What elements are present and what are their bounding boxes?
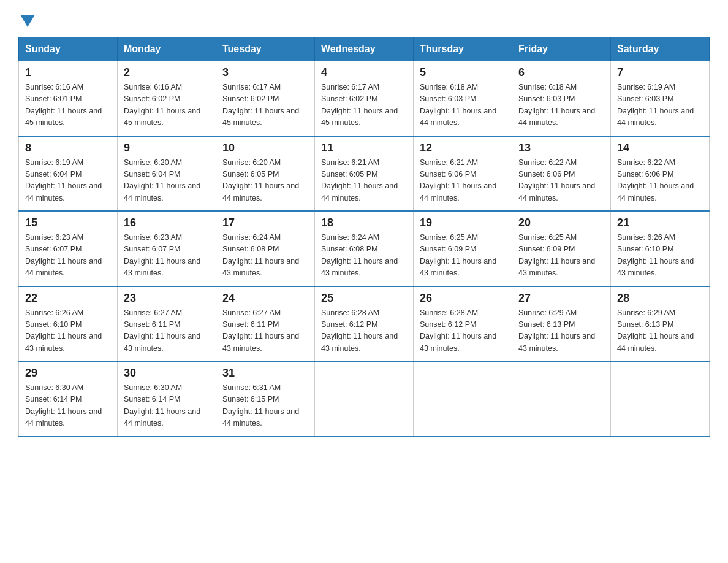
- week-row-4: 22 Sunrise: 6:26 AM Sunset: 6:10 PM Dayl…: [19, 286, 710, 362]
- logo-triangle-icon: [20, 15, 35, 27]
- day-number: 2: [124, 66, 210, 79]
- day-info: Sunrise: 6:22 AM Sunset: 6:06 PM Dayligh…: [518, 157, 604, 205]
- day-cell: [414, 361, 512, 437]
- day-info: Sunrise: 6:23 AM Sunset: 6:07 PM Dayligh…: [124, 232, 210, 280]
- calendar-header: SundayMondayTuesdayWednesdayThursdayFrid…: [19, 37, 710, 61]
- day-number: 20: [518, 216, 604, 229]
- day-cell: 24 Sunrise: 6:27 AM Sunset: 6:11 PM Dayl…: [216, 286, 315, 362]
- day-info: Sunrise: 6:20 AM Sunset: 6:05 PM Dayligh…: [222, 157, 308, 205]
- day-info: Sunrise: 6:26 AM Sunset: 6:10 PM Dayligh…: [617, 232, 703, 280]
- day-info: Sunrise: 6:18 AM Sunset: 6:03 PM Dayligh…: [518, 82, 604, 129]
- day-cell: [315, 361, 414, 437]
- day-number: 1: [25, 66, 111, 79]
- day-info: Sunrise: 6:16 AM Sunset: 6:02 PM Dayligh…: [124, 82, 210, 129]
- day-cell: 1 Sunrise: 6:16 AM Sunset: 6:01 PM Dayli…: [19, 61, 118, 136]
- day-number: 5: [420, 66, 506, 79]
- day-info: Sunrise: 6:25 AM Sunset: 6:09 PM Dayligh…: [518, 232, 604, 280]
- day-cell: 3 Sunrise: 6:17 AM Sunset: 6:02 PM Dayli…: [216, 61, 315, 136]
- day-number: 28: [617, 292, 703, 305]
- day-number: 18: [321, 216, 407, 229]
- day-info: Sunrise: 6:19 AM Sunset: 6:04 PM Dayligh…: [25, 157, 111, 205]
- day-number: 11: [321, 142, 407, 155]
- day-info: Sunrise: 6:30 AM Sunset: 6:14 PM Dayligh…: [25, 382, 111, 430]
- day-cell: 16 Sunrise: 6:23 AM Sunset: 6:07 PM Dayl…: [118, 211, 216, 286]
- day-cell: 20 Sunrise: 6:25 AM Sunset: 6:09 PM Dayl…: [512, 211, 611, 286]
- day-cell: 8 Sunrise: 6:19 AM Sunset: 6:04 PM Dayli…: [19, 136, 118, 212]
- logo: [18, 12, 35, 26]
- day-cell: 25 Sunrise: 6:28 AM Sunset: 6:12 PM Dayl…: [315, 286, 414, 362]
- day-cell: 27 Sunrise: 6:29 AM Sunset: 6:13 PM Dayl…: [512, 286, 611, 362]
- day-number: 26: [420, 292, 506, 305]
- day-info: Sunrise: 6:26 AM Sunset: 6:10 PM Dayligh…: [25, 307, 111, 355]
- header-sunday: Sunday: [19, 37, 118, 61]
- day-cell: 29 Sunrise: 6:30 AM Sunset: 6:14 PM Dayl…: [19, 361, 118, 437]
- day-info: Sunrise: 6:27 AM Sunset: 6:11 PM Dayligh…: [124, 307, 210, 355]
- day-info: Sunrise: 6:17 AM Sunset: 6:02 PM Dayligh…: [222, 82, 308, 129]
- day-cell: 17 Sunrise: 6:24 AM Sunset: 6:08 PM Dayl…: [216, 211, 315, 286]
- day-cell: 21 Sunrise: 6:26 AM Sunset: 6:10 PM Dayl…: [611, 211, 710, 286]
- day-cell: 12 Sunrise: 6:21 AM Sunset: 6:06 PM Dayl…: [414, 136, 512, 212]
- logo-general: [18, 12, 35, 27]
- day-number: 22: [25, 292, 111, 305]
- day-cell: 13 Sunrise: 6:22 AM Sunset: 6:06 PM Dayl…: [512, 136, 611, 212]
- day-number: 8: [25, 142, 111, 155]
- day-cell: 18 Sunrise: 6:24 AM Sunset: 6:08 PM Dayl…: [315, 211, 414, 286]
- day-info: Sunrise: 6:21 AM Sunset: 6:06 PM Dayligh…: [420, 157, 506, 205]
- day-cell: 22 Sunrise: 6:26 AM Sunset: 6:10 PM Dayl…: [19, 286, 118, 362]
- day-info: Sunrise: 6:29 AM Sunset: 6:13 PM Dayligh…: [518, 307, 604, 355]
- day-cell: 28 Sunrise: 6:29 AM Sunset: 6:13 PM Dayl…: [611, 286, 710, 362]
- header-friday: Friday: [512, 37, 611, 61]
- day-number: 21: [617, 216, 703, 229]
- day-cell: 7 Sunrise: 6:19 AM Sunset: 6:03 PM Dayli…: [611, 61, 710, 136]
- day-info: Sunrise: 6:21 AM Sunset: 6:05 PM Dayligh…: [321, 157, 407, 205]
- day-number: 27: [518, 292, 604, 305]
- day-cell: 19 Sunrise: 6:25 AM Sunset: 6:09 PM Dayl…: [414, 211, 512, 286]
- week-row-5: 29 Sunrise: 6:30 AM Sunset: 6:14 PM Dayl…: [19, 361, 710, 437]
- day-cell: 23 Sunrise: 6:27 AM Sunset: 6:11 PM Dayl…: [118, 286, 216, 362]
- day-info: Sunrise: 6:28 AM Sunset: 6:12 PM Dayligh…: [420, 307, 506, 355]
- day-info: Sunrise: 6:25 AM Sunset: 6:09 PM Dayligh…: [420, 232, 506, 280]
- day-number: 6: [518, 66, 604, 79]
- day-cell: [611, 361, 710, 437]
- header-saturday: Saturday: [611, 37, 710, 61]
- day-number: 16: [124, 216, 210, 229]
- day-info: Sunrise: 6:28 AM Sunset: 6:12 PM Dayligh…: [321, 307, 407, 355]
- day-info: Sunrise: 6:27 AM Sunset: 6:11 PM Dayligh…: [222, 307, 308, 355]
- day-cell: 4 Sunrise: 6:17 AM Sunset: 6:02 PM Dayli…: [315, 61, 414, 136]
- header-thursday: Thursday: [414, 37, 512, 61]
- header-wednesday: Wednesday: [315, 37, 414, 61]
- header-monday: Monday: [118, 37, 216, 61]
- day-cell: 15 Sunrise: 6:23 AM Sunset: 6:07 PM Dayl…: [19, 211, 118, 286]
- day-info: Sunrise: 6:24 AM Sunset: 6:08 PM Dayligh…: [222, 232, 308, 280]
- header-tuesday: Tuesday: [216, 37, 315, 61]
- calendar-body: 1 Sunrise: 6:16 AM Sunset: 6:01 PM Dayli…: [19, 61, 710, 437]
- day-number: 25: [321, 292, 407, 305]
- day-number: 4: [321, 66, 407, 79]
- day-cell: 26 Sunrise: 6:28 AM Sunset: 6:12 PM Dayl…: [414, 286, 512, 362]
- day-number: 13: [518, 142, 604, 155]
- day-info: Sunrise: 6:17 AM Sunset: 6:02 PM Dayligh…: [321, 82, 407, 129]
- day-cell: 5 Sunrise: 6:18 AM Sunset: 6:03 PM Dayli…: [414, 61, 512, 136]
- day-number: 30: [124, 367, 210, 380]
- day-number: 3: [222, 66, 308, 79]
- day-number: 29: [25, 367, 111, 380]
- day-cell: 31 Sunrise: 6:31 AM Sunset: 6:15 PM Dayl…: [216, 361, 315, 437]
- day-number: 31: [222, 367, 308, 380]
- day-cell: [512, 361, 611, 437]
- day-info: Sunrise: 6:24 AM Sunset: 6:08 PM Dayligh…: [321, 232, 407, 280]
- day-number: 24: [222, 292, 308, 305]
- day-info: Sunrise: 6:31 AM Sunset: 6:15 PM Dayligh…: [222, 382, 308, 430]
- day-number: 7: [617, 66, 703, 79]
- day-number: 17: [222, 216, 308, 229]
- week-row-3: 15 Sunrise: 6:23 AM Sunset: 6:07 PM Dayl…: [19, 211, 710, 286]
- day-info: Sunrise: 6:22 AM Sunset: 6:06 PM Dayligh…: [617, 157, 703, 205]
- day-info: Sunrise: 6:20 AM Sunset: 6:04 PM Dayligh…: [124, 157, 210, 205]
- day-info: Sunrise: 6:29 AM Sunset: 6:13 PM Dayligh…: [617, 307, 703, 355]
- day-cell: 10 Sunrise: 6:20 AM Sunset: 6:05 PM Dayl…: [216, 136, 315, 212]
- day-number: 15: [25, 216, 111, 229]
- day-number: 10: [222, 142, 308, 155]
- day-number: 12: [420, 142, 506, 155]
- day-info: Sunrise: 6:18 AM Sunset: 6:03 PM Dayligh…: [420, 82, 506, 129]
- week-row-2: 8 Sunrise: 6:19 AM Sunset: 6:04 PM Dayli…: [19, 136, 710, 212]
- week-row-1: 1 Sunrise: 6:16 AM Sunset: 6:01 PM Dayli…: [19, 61, 710, 136]
